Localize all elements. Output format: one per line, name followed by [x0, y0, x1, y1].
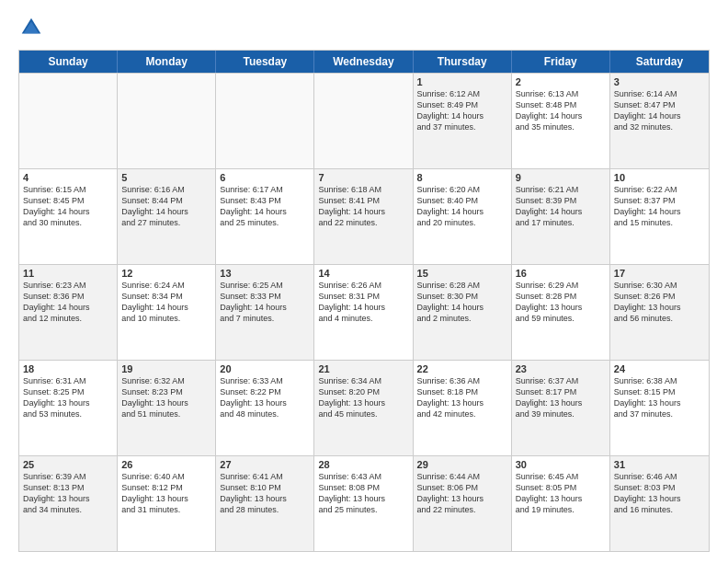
header-day-saturday: Saturday: [610, 51, 709, 73]
day-number: 3: [614, 76, 705, 87]
day-number: 9: [516, 172, 606, 183]
calendar-cell-day-11: 11Sunrise: 6:23 AM Sunset: 8:36 PM Dayli…: [19, 265, 118, 360]
day-number: 24: [614, 363, 705, 374]
calendar-cell-day-8: 8Sunrise: 6:20 AM Sunset: 8:40 PM Daylig…: [414, 169, 512, 264]
cell-info: Sunrise: 6:33 AM Sunset: 8:22 PM Dayligh…: [220, 375, 310, 420]
cell-info: Sunrise: 6:41 AM Sunset: 8:10 PM Dayligh…: [220, 471, 310, 516]
day-number: 20: [220, 363, 310, 374]
day-number: 17: [614, 268, 705, 279]
day-number: 10: [614, 172, 705, 183]
cell-info: Sunrise: 6:34 AM Sunset: 8:20 PM Dayligh…: [318, 375, 408, 420]
calendar-body: 1Sunrise: 6:12 AM Sunset: 8:49 PM Daylig…: [19, 73, 709, 551]
logo: [18, 15, 48, 40]
calendar-cell-day-23: 23Sunrise: 6:37 AM Sunset: 8:17 PM Dayli…: [512, 361, 610, 455]
cell-info: Sunrise: 6:18 AM Sunset: 8:41 PM Dayligh…: [318, 184, 408, 229]
logo-icon: [18, 15, 44, 40]
day-number: 19: [121, 363, 211, 374]
calendar-cell-day-29: 29Sunrise: 6:44 AM Sunset: 8:06 PM Dayli…: [414, 456, 512, 551]
calendar-cell-day-6: 6Sunrise: 6:17 AM Sunset: 8:43 PM Daylig…: [216, 169, 314, 264]
day-number: 4: [23, 172, 113, 183]
calendar-cell-empty: [19, 74, 118, 168]
day-number: 6: [220, 172, 310, 183]
cell-info: Sunrise: 6:20 AM Sunset: 8:40 PM Dayligh…: [417, 184, 507, 229]
cell-info: Sunrise: 6:14 AM Sunset: 8:47 PM Dayligh…: [614, 88, 705, 133]
cell-info: Sunrise: 6:38 AM Sunset: 8:15 PM Dayligh…: [614, 375, 705, 420]
cell-info: Sunrise: 6:46 AM Sunset: 8:03 PM Dayligh…: [614, 471, 705, 516]
cell-info: Sunrise: 6:26 AM Sunset: 8:31 PM Dayligh…: [318, 280, 408, 325]
calendar-cell-day-19: 19Sunrise: 6:32 AM Sunset: 8:23 PM Dayli…: [118, 361, 216, 455]
calendar-cell-day-16: 16Sunrise: 6:29 AM Sunset: 8:28 PM Dayli…: [512, 265, 610, 360]
calendar-cell-day-17: 17Sunrise: 6:30 AM Sunset: 8:26 PM Dayli…: [610, 265, 709, 360]
cell-info: Sunrise: 6:36 AM Sunset: 8:18 PM Dayligh…: [417, 375, 507, 420]
calendar-cell-empty: [314, 74, 413, 168]
calendar-cell-day-5: 5Sunrise: 6:16 AM Sunset: 8:44 PM Daylig…: [118, 169, 216, 264]
calendar-cell-day-4: 4Sunrise: 6:15 AM Sunset: 8:45 PM Daylig…: [19, 169, 118, 264]
cell-info: Sunrise: 6:40 AM Sunset: 8:12 PM Dayligh…: [121, 471, 211, 516]
day-number: 22: [417, 363, 507, 374]
day-number: 21: [318, 363, 408, 374]
day-number: 11: [23, 268, 113, 279]
day-number: 30: [516, 459, 606, 470]
cell-info: Sunrise: 6:22 AM Sunset: 8:37 PM Dayligh…: [614, 184, 705, 229]
calendar-cell-day-2: 2Sunrise: 6:13 AM Sunset: 8:48 PM Daylig…: [512, 74, 610, 168]
day-number: 27: [220, 459, 310, 470]
calendar-cell-day-20: 20Sunrise: 6:33 AM Sunset: 8:22 PM Dayli…: [216, 361, 314, 455]
calendar-cell-day-10: 10Sunrise: 6:22 AM Sunset: 8:37 PM Dayli…: [610, 169, 709, 264]
day-number: 16: [516, 268, 606, 279]
day-number: 31: [614, 459, 705, 470]
cell-info: Sunrise: 6:28 AM Sunset: 8:30 PM Dayligh…: [417, 280, 507, 325]
day-number: 8: [417, 172, 507, 183]
day-number: 26: [121, 459, 211, 470]
cell-info: Sunrise: 6:43 AM Sunset: 8:08 PM Dayligh…: [318, 471, 408, 516]
calendar-cell-day-18: 18Sunrise: 6:31 AM Sunset: 8:25 PM Dayli…: [19, 361, 118, 455]
calendar-cell-day-7: 7Sunrise: 6:18 AM Sunset: 8:41 PM Daylig…: [314, 169, 413, 264]
calendar-cell-day-31: 31Sunrise: 6:46 AM Sunset: 8:03 PM Dayli…: [610, 456, 709, 551]
header-day-monday: Monday: [118, 51, 216, 73]
calendar-cell-day-1: 1Sunrise: 6:12 AM Sunset: 8:49 PM Daylig…: [414, 74, 512, 168]
day-number: 1: [417, 76, 507, 87]
cell-info: Sunrise: 6:12 AM Sunset: 8:49 PM Dayligh…: [417, 88, 507, 133]
calendar-row-2: 11Sunrise: 6:23 AM Sunset: 8:36 PM Dayli…: [19, 264, 709, 360]
calendar-cell-day-21: 21Sunrise: 6:34 AM Sunset: 8:20 PM Dayli…: [314, 361, 413, 455]
cell-info: Sunrise: 6:16 AM Sunset: 8:44 PM Dayligh…: [121, 184, 211, 229]
day-number: 2: [516, 76, 606, 87]
calendar-cell-empty: [118, 74, 216, 168]
calendar-cell-day-22: 22Sunrise: 6:36 AM Sunset: 8:18 PM Dayli…: [414, 361, 512, 455]
day-number: 15: [417, 268, 507, 279]
cell-info: Sunrise: 6:32 AM Sunset: 8:23 PM Dayligh…: [121, 375, 211, 420]
calendar-cell-day-24: 24Sunrise: 6:38 AM Sunset: 8:15 PM Dayli…: [610, 361, 709, 455]
calendar-row-1: 4Sunrise: 6:15 AM Sunset: 8:45 PM Daylig…: [19, 168, 709, 264]
calendar-cell-day-9: 9Sunrise: 6:21 AM Sunset: 8:39 PM Daylig…: [512, 169, 610, 264]
calendar-cell-day-14: 14Sunrise: 6:26 AM Sunset: 8:31 PM Dayli…: [314, 265, 413, 360]
header-day-wednesday: Wednesday: [314, 51, 413, 73]
calendar-cell-day-28: 28Sunrise: 6:43 AM Sunset: 8:08 PM Dayli…: [314, 456, 413, 551]
calendar-row-4: 25Sunrise: 6:39 AM Sunset: 8:13 PM Dayli…: [19, 455, 709, 551]
cell-info: Sunrise: 6:15 AM Sunset: 8:45 PM Dayligh…: [23, 184, 113, 229]
cell-info: Sunrise: 6:45 AM Sunset: 8:05 PM Dayligh…: [516, 471, 606, 516]
day-number: 14: [318, 268, 408, 279]
cell-info: Sunrise: 6:13 AM Sunset: 8:48 PM Dayligh…: [516, 88, 606, 133]
calendar-row-3: 18Sunrise: 6:31 AM Sunset: 8:25 PM Dayli…: [19, 360, 709, 455]
cell-info: Sunrise: 6:44 AM Sunset: 8:06 PM Dayligh…: [417, 471, 507, 516]
calendar-cell-day-25: 25Sunrise: 6:39 AM Sunset: 8:13 PM Dayli…: [19, 456, 118, 551]
day-number: 25: [23, 459, 113, 470]
cell-info: Sunrise: 6:24 AM Sunset: 8:34 PM Dayligh…: [121, 280, 211, 325]
cell-info: Sunrise: 6:29 AM Sunset: 8:28 PM Dayligh…: [516, 280, 606, 325]
cell-info: Sunrise: 6:30 AM Sunset: 8:26 PM Dayligh…: [614, 280, 705, 325]
calendar-cell-day-27: 27Sunrise: 6:41 AM Sunset: 8:10 PM Dayli…: [216, 456, 314, 551]
header-day-tuesday: Tuesday: [216, 51, 314, 73]
header-day-thursday: Thursday: [414, 51, 512, 73]
day-number: 12: [121, 268, 211, 279]
cell-info: Sunrise: 6:25 AM Sunset: 8:33 PM Dayligh…: [220, 280, 310, 325]
calendar-cell-empty: [216, 74, 314, 168]
day-number: 7: [318, 172, 408, 183]
day-number: 23: [516, 363, 606, 374]
calendar-cell-day-30: 30Sunrise: 6:45 AM Sunset: 8:05 PM Dayli…: [512, 456, 610, 551]
calendar-header: SundayMondayTuesdayWednesdayThursdayFrid…: [19, 51, 709, 73]
header: [18, 15, 710, 40]
calendar-cell-day-3: 3Sunrise: 6:14 AM Sunset: 8:47 PM Daylig…: [610, 74, 709, 168]
cell-info: Sunrise: 6:37 AM Sunset: 8:17 PM Dayligh…: [516, 375, 606, 420]
header-day-friday: Friday: [512, 51, 610, 73]
page: SundayMondayTuesdayWednesdayThursdayFrid…: [0, 0, 728, 563]
cell-info: Sunrise: 6:31 AM Sunset: 8:25 PM Dayligh…: [23, 375, 113, 420]
